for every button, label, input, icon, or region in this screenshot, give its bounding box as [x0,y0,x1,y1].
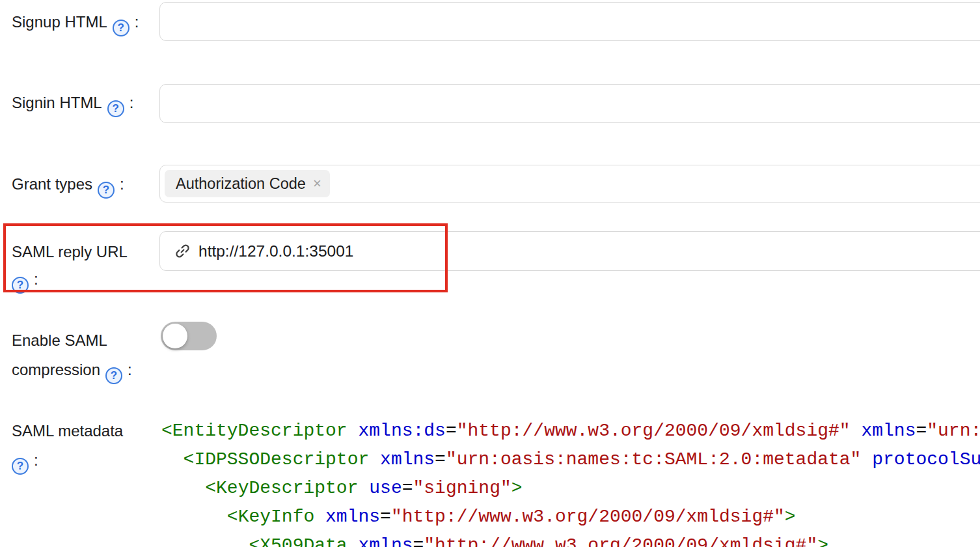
link-icon [174,242,191,260]
signup-html-input[interactable] [159,2,980,41]
help-icon[interactable]: ? [12,277,29,294]
signin-html-label: Signin HTML?: [12,92,133,117]
help-icon[interactable]: ? [107,100,124,117]
saml-metadata-code[interactable]: <EntityDescriptor xmlns:ds="http://www.w… [161,417,980,547]
saml-reply-url-value: http://127.0.0.1:35001 [198,242,353,260]
saml-compression-label: Enable SAML [12,330,107,351]
saml-metadata-label-line2: ?: [12,450,38,475]
signin-html-input[interactable] [159,84,980,123]
saml-reply-url-label: SAML reply URL [12,242,128,262]
tag-close-icon[interactable]: × [313,176,321,191]
grant-type-tag[interactable]: Authorization Code × [165,170,330,197]
saml-reply-url-input[interactable]: http://127.0.0.1:35001 [159,231,980,271]
signup-html-label: Signup HTML?: [12,12,139,36]
application-edit-form: Signup HTML?: Signin HTML?: Grant types?… [0,0,980,547]
toggle-knob [163,324,187,348]
saml-reply-url-label-line2: ?: [12,269,38,294]
saml-compression-label-line2: compression?: [12,359,132,384]
help-icon[interactable]: ? [12,458,29,475]
help-icon[interactable]: ? [105,367,122,384]
grant-type-tag-label: Authorization Code [176,175,306,193]
saml-metadata-label: SAML metadata [12,421,123,442]
grant-types-select[interactable]: Authorization Code × [159,165,980,203]
grant-types-label: Grant types?: [12,174,124,199]
saml-compression-toggle[interactable] [161,322,217,350]
help-icon[interactable]: ? [113,20,129,36]
help-icon[interactable]: ? [98,182,115,199]
